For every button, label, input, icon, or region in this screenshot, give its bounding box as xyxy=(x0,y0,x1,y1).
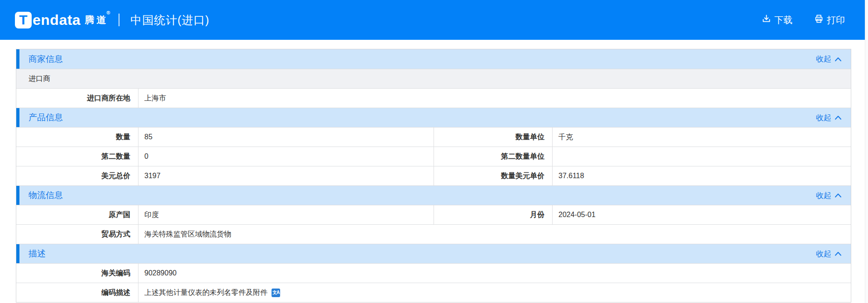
field-value-text: 90289090 xyxy=(144,269,176,277)
field-value: 0 xyxy=(138,147,434,166)
field-value-text: 上海市 xyxy=(144,94,166,103)
page-title: 中国统计(进口) xyxy=(130,13,210,28)
brand-logo[interactable]: T endata 腾道® xyxy=(15,12,114,28)
collapse-toggle[interactable]: 收起 xyxy=(816,113,842,123)
download-label: 下载 xyxy=(774,14,792,26)
title-divider xyxy=(119,14,119,26)
field-value: 90289090 xyxy=(138,264,851,283)
field-value: 上述其他计量仪表的未列名零件及附件文A xyxy=(138,283,851,302)
brand-logo-letter: T xyxy=(19,13,27,27)
field-value: 印度 xyxy=(138,205,434,224)
section-header: 商家信息收起 xyxy=(16,49,851,69)
table-row: 原产国印度月份2024-05-01 xyxy=(16,205,851,224)
table-row: 进口商 xyxy=(16,69,851,88)
registered-mark: ® xyxy=(106,10,112,15)
table-row: 贸易方式海关特殊监管区域物流货物 xyxy=(16,224,851,244)
chevron-up-icon xyxy=(835,115,842,120)
field-value: 3197 xyxy=(138,166,434,185)
field-value xyxy=(553,147,851,166)
field-value: 85 xyxy=(138,128,434,147)
section-title: 物流信息 xyxy=(29,189,63,201)
brand-name-cn: 腾道® xyxy=(85,14,114,26)
table-row: 美元总价3197数量美元单价37.6118 xyxy=(16,166,851,185)
toolbar-actions: 下载 打印 xyxy=(762,14,845,26)
collapse-toggle[interactable]: 收起 xyxy=(816,190,842,201)
download-icon xyxy=(762,14,771,26)
field-label: 贸易方式 xyxy=(16,225,138,244)
section-accent-bar xyxy=(16,108,19,127)
field-label: 数量单位 xyxy=(434,128,553,147)
field-value: 上海市 xyxy=(138,89,851,108)
section-header: 产品信息收起 xyxy=(16,108,851,127)
brand-logo-icon: T xyxy=(15,12,32,28)
table-row: 第二数量0第二数量单位 xyxy=(16,147,851,166)
collapse-label: 收起 xyxy=(816,113,831,123)
section-title: 描述 xyxy=(29,248,46,260)
field-label: 海关编码 xyxy=(16,264,138,283)
field-value: 37.6118 xyxy=(553,166,851,185)
section-accent-bar xyxy=(16,49,19,69)
field-label: 第二数量单位 xyxy=(434,147,553,166)
collapse-toggle[interactable]: 收起 xyxy=(816,54,842,64)
chevron-up-icon xyxy=(835,193,842,198)
chevron-up-icon xyxy=(835,57,842,62)
field-value: 千克 xyxy=(553,128,851,147)
section-header: 物流信息收起 xyxy=(16,185,851,205)
section-accent-bar xyxy=(16,244,19,263)
collapse-label: 收起 xyxy=(816,249,831,259)
chevron-up-icon xyxy=(835,251,842,256)
download-button[interactable]: 下载 xyxy=(762,14,792,26)
brand-name: endata xyxy=(33,12,81,28)
field-label: 月份 xyxy=(434,205,553,224)
table-row: 编码描述上述其他计量仪表的未列名零件及附件文A xyxy=(16,283,851,302)
section-title: 产品信息 xyxy=(29,112,63,123)
field-label: 编码描述 xyxy=(16,283,138,302)
section-title: 商家信息 xyxy=(29,53,63,65)
field-label: 数量美元单价 xyxy=(434,166,553,185)
field-value: 海关特殊监管区域物流货物 xyxy=(138,225,851,244)
section-accent-bar xyxy=(16,186,19,205)
section-header: 描述收起 xyxy=(16,244,851,263)
collapse-toggle[interactable]: 收起 xyxy=(816,249,842,259)
field-label: 美元总价 xyxy=(16,166,138,185)
table-row: 海关编码90289090 xyxy=(16,263,851,283)
collapse-label: 收起 xyxy=(816,190,831,201)
table-row: 数量85数量单位千克 xyxy=(16,127,851,147)
field-value-text: 海关特殊监管区域物流货物 xyxy=(144,230,231,239)
translate-icon[interactable]: 文A xyxy=(272,289,280,297)
print-icon xyxy=(814,14,824,26)
top-bar: T endata 腾道® 中国统计(进口) 下载 打印 xyxy=(0,0,868,40)
print-button[interactable]: 打印 xyxy=(814,14,845,26)
print-label: 打印 xyxy=(827,14,845,26)
detail-table: 商家信息收起进口商进口商所在地上海市产品信息收起数量85数量单位千克第二数量0第… xyxy=(16,49,851,303)
table-row: 进口商所在地上海市 xyxy=(16,88,851,108)
field-label: 数量 xyxy=(16,128,138,147)
vertical-scrollbar[interactable] xyxy=(865,0,868,303)
field-label: 原产国 xyxy=(16,205,138,224)
field-value: 2024-05-01 xyxy=(553,205,851,224)
row-text: 进口商 xyxy=(29,74,50,84)
field-value-text: 上述其他计量仪表的未列名零件及附件 xyxy=(144,288,267,298)
collapse-label: 收起 xyxy=(816,54,831,64)
field-label: 第二数量 xyxy=(16,147,138,166)
field-label: 进口商所在地 xyxy=(16,89,138,108)
